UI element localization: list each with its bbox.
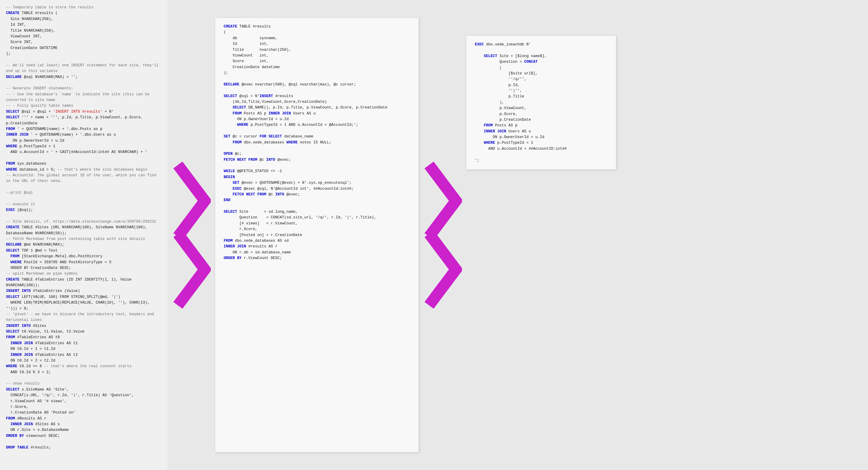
right-spacer bbox=[616, 0, 868, 470]
right-code: EXEC dbo.sede_ineachdb N' SELECT Site = … bbox=[475, 42, 608, 163]
left-code: -- Temporary table to store the results … bbox=[6, 5, 161, 450]
middle-panel: CREATE TABLE #results ( db sysname, Id i… bbox=[215, 18, 418, 452]
right-panel: EXEC dbo.sede_ineachdb N' SELECT Site = … bbox=[466, 36, 616, 169]
middle-code: CREATE TABLE #results ( db sysname, Id i… bbox=[224, 24, 410, 261]
chevron-right-icon bbox=[172, 162, 211, 240]
chevron-right-icon-4 bbox=[423, 231, 462, 308]
arrow-1 bbox=[167, 0, 215, 470]
arrow-2 bbox=[418, 0, 466, 470]
chevron-right-icon-3 bbox=[423, 162, 462, 240]
left-panel: -- Temporary table to store the results … bbox=[0, 0, 167, 470]
chevron-right-icon-2 bbox=[172, 231, 211, 308]
